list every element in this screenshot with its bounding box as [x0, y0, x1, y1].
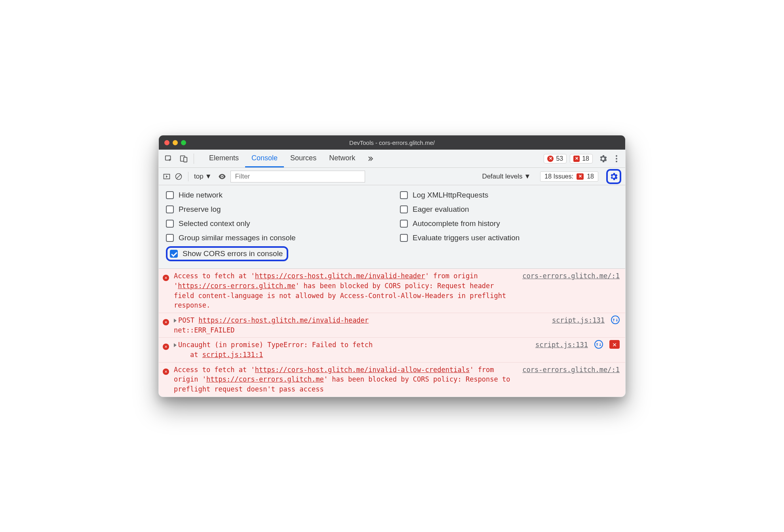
context-label: top: [194, 173, 204, 180]
expand-icon[interactable]: [174, 319, 177, 323]
checkbox-label: Evaluate triggers user activation: [413, 234, 519, 242]
window-title: DevTools - cors-errors.glitch.me/: [159, 139, 625, 146]
errors-count: 53: [556, 155, 563, 162]
issue-chip-icon[interactable]: ✕: [609, 340, 620, 349]
tab-console[interactable]: Console: [245, 150, 284, 167]
chk-hide-network[interactable]: Hide network: [166, 191, 384, 200]
checkbox-label: Show CORS errors in console: [183, 249, 283, 258]
checkbox[interactable]: [400, 234, 408, 242]
log-url[interactable]: https://cors-host.glitch.me/invalid-head…: [198, 316, 369, 324]
error-icon: ✕: [163, 369, 169, 375]
chk-log-xhr[interactable]: Log XMLHttpRequests: [400, 191, 618, 200]
chevron-down-icon: ▼: [524, 173, 531, 180]
error-icon: ✕: [163, 319, 169, 325]
panel-tabs: Elements Console Sources Network: [203, 150, 379, 167]
chk-eval-user-activation[interactable]: Evaluate triggers user activation: [400, 234, 618, 242]
log-source-link[interactable]: cors-errors.glitch.me/:1: [522, 365, 620, 375]
filter-input[interactable]: [230, 171, 365, 182]
checkbox-label: Log XMLHttpRequests: [413, 191, 488, 200]
checkbox[interactable]: [166, 205, 174, 213]
console-settings-panel: Hide network Preserve log Selected conte…: [159, 185, 625, 269]
inspect-element-icon[interactable]: [164, 154, 173, 163]
svg-line-5: [177, 175, 181, 179]
checkbox-label: Hide network: [179, 191, 223, 200]
titlebar: DevTools - cors-errors.glitch.me/: [159, 135, 625, 150]
log-message: Uncaught (in promise) TypeError: Failed …: [174, 340, 527, 359]
checkbox[interactable]: [166, 220, 174, 228]
chk-preserve-log[interactable]: Preserve log: [166, 205, 384, 214]
checkbox-label: Autocomplete from history: [413, 219, 500, 228]
svg-rect-2: [184, 157, 187, 162]
log-url[interactable]: https://cors-errors.glitch.me: [206, 375, 324, 383]
checkbox[interactable]: [166, 191, 174, 199]
zoom-window-button[interactable]: [181, 140, 186, 145]
log-url[interactable]: https://cors-host.glitch.me/invalid-head…: [255, 272, 425, 280]
close-window-button[interactable]: [164, 140, 169, 145]
errors-badge[interactable]: ✕ 53: [544, 154, 567, 163]
console-log: ✕ Access to fetch at 'https://cors-host.…: [159, 269, 625, 396]
traffic-lights: [164, 140, 186, 145]
log-message: POST https://cors-host.glitch.me/invalid…: [174, 315, 544, 335]
checkbox[interactable]: [166, 234, 174, 242]
toggle-sidebar-icon[interactable]: [163, 173, 171, 180]
log-entry-exception[interactable]: ✕ Uncaught (in promise) TypeError: Faile…: [159, 338, 625, 362]
tab-network[interactable]: Network: [323, 150, 362, 167]
minimize-window-button[interactable]: [173, 140, 178, 145]
context-selector[interactable]: top ▼: [194, 173, 211, 180]
chk-show-cors-errors[interactable]: Show CORS errors in console: [170, 249, 283, 258]
chevron-down-icon: ▼: [205, 173, 212, 180]
log-entry-cors[interactable]: ✕ Access to fetch at 'https://cors-host.…: [159, 269, 625, 313]
network-link-icon[interactable]: ↑↓: [611, 315, 620, 324]
issues-count: 18: [587, 173, 594, 180]
log-source-link[interactable]: script.js:131: [552, 315, 605, 325]
log-url[interactable]: https://cors-errors.glitch.me: [178, 282, 295, 290]
main-tabbar: Elements Console Sources Network ✕ 53 ✕ …: [159, 150, 625, 168]
expand-icon[interactable]: [174, 343, 177, 347]
log-message: Access to fetch at 'https://cors-host.gl…: [174, 271, 514, 310]
checkbox-label: Selected context only: [179, 219, 250, 228]
chk-autocomplete-history[interactable]: Autocomplete from history: [400, 219, 618, 228]
network-link-icon[interactable]: ↑↓: [594, 340, 603, 349]
issues-label: 18 Issues:: [544, 173, 573, 180]
checkbox-label: Group similar messages in console: [179, 234, 296, 242]
tab-sources[interactable]: Sources: [284, 150, 323, 167]
log-levels-selector[interactable]: Default levels ▼: [482, 173, 531, 180]
highlight-show-cors: Show CORS errors in console: [166, 246, 288, 261]
clear-console-icon[interactable]: [175, 173, 183, 180]
devtools-window: DevTools - cors-errors.glitch.me/ Elemen…: [158, 135, 626, 397]
chk-group-similar[interactable]: Group similar messages in console: [166, 234, 384, 242]
stack-link[interactable]: script.js:131:1: [202, 351, 263, 359]
checkbox[interactable]: [170, 250, 178, 258]
issues-badge[interactable]: ✕ 18: [570, 154, 593, 163]
log-entry-cors[interactable]: ✕ Access to fetch at 'https://cors-host.…: [159, 363, 625, 397]
device-toggle-icon[interactable]: [179, 154, 188, 163]
checkbox[interactable]: [400, 205, 408, 213]
error-icon: ✕: [547, 156, 554, 162]
issues-count: 18: [582, 155, 589, 162]
more-tabs-button[interactable]: [362, 150, 379, 167]
chk-eager-eval[interactable]: Eager evaluation: [400, 205, 618, 214]
levels-label: Default levels: [482, 173, 522, 180]
error-icon: ✕: [163, 275, 169, 281]
log-source-link[interactable]: cors-errors.glitch.me/:1: [522, 271, 620, 281]
checkbox-label: Eager evaluation: [413, 205, 469, 214]
issues-counter[interactable]: 18 Issues: ✕ 18: [540, 171, 598, 182]
console-settings-button[interactable]: [606, 169, 621, 184]
checkbox[interactable]: [400, 220, 408, 228]
live-expression-icon[interactable]: [218, 172, 226, 181]
checkbox[interactable]: [400, 191, 408, 199]
devtools-settings-icon[interactable]: [596, 154, 610, 163]
issue-icon: ✕: [577, 173, 584, 180]
log-source-link[interactable]: script.js:131: [535, 340, 588, 350]
checkbox-label: Preserve log: [179, 205, 221, 214]
console-toolbar: top ▼ Default levels ▼ 18 Issues: ✕ 18: [159, 168, 625, 185]
more-options-icon[interactable]: [613, 155, 620, 162]
log-message: Access to fetch at 'https://cors-host.gl…: [174, 365, 514, 394]
tab-elements[interactable]: Elements: [203, 150, 245, 167]
log-url[interactable]: https://cors-host.glitch.me/invalid-allo…: [255, 366, 470, 374]
issue-icon: ✕: [573, 156, 580, 162]
log-entry-network[interactable]: ✕ POST https://cors-host.glitch.me/inval…: [159, 313, 625, 338]
chk-selected-context[interactable]: Selected context only: [166, 219, 384, 228]
error-icon: ✕: [163, 344, 169, 350]
